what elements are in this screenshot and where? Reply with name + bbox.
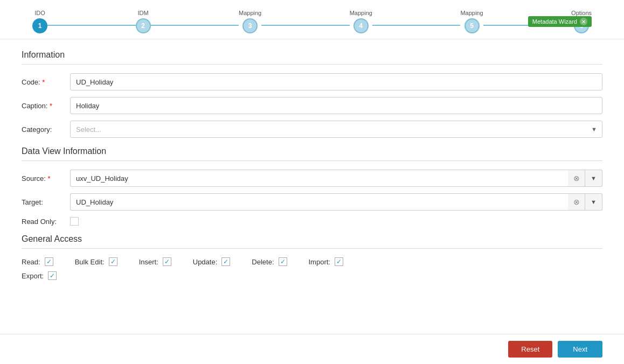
general-access-divider <box>22 248 602 249</box>
step-4-circle: 4 <box>353 18 369 33</box>
delete-label: Delete: <box>252 258 274 266</box>
general-access-title: General Access <box>22 234 602 244</box>
target-input[interactable] <box>70 193 568 211</box>
data-view-divider <box>22 160 602 161</box>
source-required: * <box>47 174 50 183</box>
delete-checkbox[interactable]: ✓ <box>279 257 287 266</box>
code-label: Code: * <box>22 78 70 86</box>
data-view-section: Data View Information Source: * ⊗ ▼ <box>22 146 602 226</box>
clear-icon: ⊗ <box>573 174 580 183</box>
wizard-header: IDO 1 IDM 2 Mapping <box>0 0 624 39</box>
reset-button[interactable]: Reset <box>508 341 552 358</box>
information-section: Information Code: * Caption: * <box>22 50 602 138</box>
caption-row: Caption: * <box>22 97 602 114</box>
access-delete: Delete: ✓ <box>252 257 287 266</box>
caption-required: * <box>50 102 52 110</box>
read-label: Read: <box>22 258 40 266</box>
insert-checkbox[interactable]: ✓ <box>163 257 171 266</box>
bulk-edit-checkbox[interactable]: ✓ <box>109 257 117 266</box>
target-field-wrapper: ⊗ ▼ <box>70 193 602 211</box>
chevron-down-icon: ▼ <box>591 199 597 205</box>
step-2-circle: 2 <box>136 18 151 33</box>
check-icon: ✓ <box>110 258 116 265</box>
step-6-label: Options <box>571 10 592 16</box>
export-label: Export: <box>22 272 44 280</box>
source-input[interactable] <box>70 170 568 187</box>
update-checkbox[interactable]: ✓ <box>221 257 230 266</box>
access-insert: Insert: ✓ <box>139 257 171 266</box>
page-wrapper: IDO 1 IDM 2 Mapping <box>0 0 624 364</box>
general-access-section: General Access Read: ✓ Bulk Edit: ✓ <box>22 234 602 280</box>
source-clear-button[interactable]: ⊗ <box>568 170 585 187</box>
import-label: Import: <box>309 258 330 266</box>
source-field-wrapper: ⊗ ▼ <box>70 170 602 187</box>
main-content: Information Code: * Caption: * <box>0 39 624 334</box>
category-select[interactable]: Select... <box>70 121 602 138</box>
access-export: Export: ✓ <box>22 271 57 280</box>
wizard-step-4[interactable]: Mapping 4 <box>350 10 372 33</box>
target-label: Target: <box>22 198 70 206</box>
target-clear-button[interactable]: ⊗ <box>568 193 585 211</box>
access-bulk-edit: Bulk Edit: ✓ <box>75 257 117 266</box>
step-5-circle: 5 <box>464 18 480 33</box>
step-1-label: IDO <box>34 10 45 16</box>
access-row-2: Export: ✓ <box>22 271 602 280</box>
target-dropdown-button[interactable]: ▼ <box>585 193 602 211</box>
metadata-badge-label: Metadata Wizard <box>532 18 577 25</box>
category-label: Category: <box>22 125 70 134</box>
metadata-wizard-badge: Metadata Wizard ✕ <box>528 16 592 27</box>
wizard-step-2[interactable]: IDM 2 <box>136 10 151 33</box>
check-icon: ✓ <box>50 272 55 279</box>
wizard-step-1[interactable]: IDO 1 <box>32 10 47 33</box>
chevron-down-icon: ▼ <box>591 175 597 181</box>
access-read: Read: ✓ <box>22 257 53 266</box>
export-checkbox[interactable]: ✓ <box>48 271 57 280</box>
step-5-label: Mapping <box>460 10 483 16</box>
information-title: Information <box>22 50 602 60</box>
wizard-steps: IDO 1 IDM 2 Mapping <box>32 10 592 33</box>
footer: Reset Next <box>0 334 624 364</box>
source-dropdown-button[interactable]: ▼ <box>585 170 602 187</box>
readonly-label: Read Only: <box>22 218 70 226</box>
check-icon: ✓ <box>223 258 228 265</box>
access-row-1: Read: ✓ Bulk Edit: ✓ Insert: ✓ <box>22 257 602 266</box>
category-select-wrapper: Select... ▼ <box>70 121 602 138</box>
wizard-step-3[interactable]: Mapping 3 <box>239 10 261 33</box>
caption-label: Caption: * <box>22 102 70 110</box>
insert-label: Insert: <box>139 258 158 266</box>
step-3-label: Mapping <box>239 10 261 16</box>
metadata-badge-close[interactable]: ✕ <box>580 18 587 25</box>
wizard-step-5[interactable]: Mapping 5 <box>460 10 483 33</box>
connector-4-5 <box>372 25 461 26</box>
step-3-circle: 3 <box>242 18 258 33</box>
check-icon: ✓ <box>164 258 170 265</box>
caption-input[interactable] <box>70 97 602 114</box>
check-icon: ✓ <box>280 258 286 265</box>
source-label: Source: * <box>22 174 70 183</box>
access-import: Import: ✓ <box>309 257 343 266</box>
code-row: Code: * <box>22 73 602 90</box>
check-icon: ✓ <box>46 258 52 265</box>
step-1-circle: 1 <box>32 18 47 33</box>
readonly-checkbox[interactable] <box>70 217 79 226</box>
code-input[interactable] <box>70 73 602 90</box>
step-4-label: Mapping <box>350 10 372 16</box>
target-row: Target: ⊗ ▼ <box>22 193 602 211</box>
check-icon: ✓ <box>336 258 342 265</box>
category-row: Category: Select... ▼ <box>22 121 602 138</box>
import-checkbox[interactable]: ✓ <box>335 257 343 266</box>
bulk-edit-label: Bulk Edit: <box>75 258 105 266</box>
clear-icon: ⊗ <box>573 198 580 206</box>
readonly-row: Read Only: <box>22 217 602 226</box>
connector-3-4 <box>261 25 350 26</box>
read-checkbox[interactable]: ✓ <box>45 257 53 266</box>
information-divider <box>22 64 602 65</box>
update-label: Update: <box>193 258 218 266</box>
next-button[interactable]: Next <box>558 341 602 358</box>
connector-2-3 <box>151 25 239 26</box>
connector-1-2 <box>47 25 136 26</box>
access-update: Update: ✓ <box>193 257 231 266</box>
source-row: Source: * ⊗ ▼ <box>22 170 602 187</box>
data-view-title: Data View Information <box>22 146 602 156</box>
code-required: * <box>42 78 45 86</box>
